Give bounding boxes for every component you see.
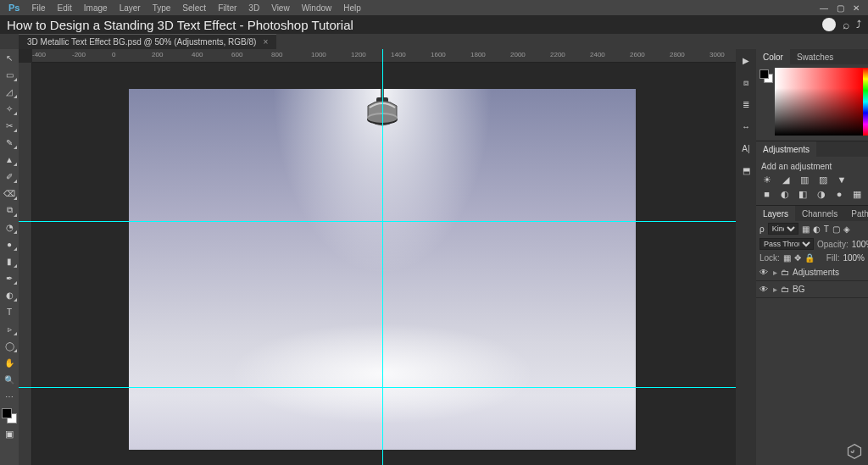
tab-layers[interactable]: Layers [756, 206, 795, 221]
marquee-tool[interactable]: ▭ [2, 68, 17, 81]
brush-tool[interactable]: ✐ [2, 169, 17, 183]
menu-type[interactable]: Type [147, 3, 176, 13]
pen-tool[interactable]: ◐ [2, 288, 17, 302]
lasso-tool[interactable]: ◿ [2, 85, 17, 98]
adj-curves-icon[interactable]: ▥ [798, 174, 810, 185]
ruler-tick: 2200 [550, 51, 565, 58]
align-icon[interactable]: ↔ [739, 120, 753, 134]
collapsed-panels: ▶ ⧈ ≣ ↔ A| ⬒ [736, 49, 756, 465]
panel-dock: Color Swatches Adjustments Add an adjust… [756, 49, 868, 465]
guide-v1[interactable] [382, 49, 383, 465]
tab-adjustments[interactable]: Adjustments [756, 141, 816, 157]
adj-exposure-icon[interactable]: ▨ [817, 174, 829, 185]
visibility-icon[interactable]: 👁 [760, 285, 770, 294]
dodge-tool[interactable]: ✒ [2, 271, 17, 285]
adj-colorbalance-icon[interactable]: ◐ [779, 189, 790, 200]
layer-filter-select[interactable]: Kind [768, 223, 798, 235]
menu-view[interactable]: View [266, 3, 295, 13]
filter-pixel-icon[interactable]: ▦ [802, 224, 810, 234]
adj-levels-icon[interactable]: ◢ [780, 174, 792, 185]
shape-tool[interactable]: ◯ [2, 339, 17, 352]
eyedropper-tool[interactable]: ✎ [2, 136, 17, 149]
ruler-tick: 1000 [311, 51, 326, 58]
menu-filter[interactable]: Filter [213, 3, 242, 13]
stamp-tool[interactable]: ⌫ [2, 186, 17, 200]
character-icon[interactable]: A| [739, 142, 753, 156]
menu-3d[interactable]: 3D [243, 3, 264, 13]
share-icon[interactable]: ⤴ [856, 19, 861, 30]
toolbar: ↖ ▭ ◿ ✧ ✂ ✎ ▲ ✐ ⌫ ⧉ ◔ ● ▮ ✒ ◐ T ▹ ◯ ✋ 🔍 … [0, 49, 19, 465]
layer-group-bg[interactable]: 👁 ▸ 🗀 BG [756, 281, 868, 298]
play-icon[interactable]: ▶ [739, 54, 753, 68]
chevron-right-icon[interactable]: ▸ [773, 285, 777, 294]
eraser-tool[interactable]: ◔ [2, 220, 17, 234]
layer-group-adjustments[interactable]: 👁 ▸ 🗀 Adjustments [756, 264, 868, 281]
add-adjustment-label: Add an adjustment [761, 162, 863, 171]
guide-h1[interactable] [19, 221, 736, 222]
ruler-tick: 1400 [391, 51, 406, 58]
color-picker-swatch[interactable] [760, 69, 773, 83]
tab-close-icon[interactable]: × [263, 37, 268, 47]
filter-type-icon[interactable]: T [824, 224, 829, 234]
path-select-tool[interactable]: ▹ [2, 322, 17, 335]
tab-swatches[interactable]: Swatches [790, 49, 840, 64]
adj-brightness-icon[interactable]: ☀ [761, 174, 773, 185]
chevron-right-icon[interactable]: ▸ [773, 268, 777, 277]
color-swatch[interactable] [2, 408, 17, 423]
history-brush-tool[interactable]: ⧉ [2, 203, 17, 217]
lock-all-icon[interactable]: 🔒 [804, 253, 815, 263]
menu-edit[interactable]: Edit [53, 3, 77, 13]
search-icon[interactable]: ⌕ [843, 18, 849, 31]
crop-tool[interactable]: ✂ [2, 119, 17, 132]
adj-hue-icon[interactable]: ■ [761, 189, 772, 200]
quick-mask-icon[interactable]: ▣ [2, 427, 17, 440]
blur-tool[interactable]: ▮ [2, 254, 17, 268]
document-tab[interactable]: 3D Metallic Text Effect BG.psd @ 50% (Ad… [19, 34, 276, 49]
paragraph-icon[interactable]: ⬒ [739, 164, 753, 178]
tab-color[interactable]: Color [756, 49, 790, 64]
menu-select[interactable]: Select [177, 3, 211, 13]
healing-tool[interactable]: ▲ [2, 152, 17, 166]
visibility-icon[interactable]: 👁 [760, 268, 770, 277]
adj-channelmixer-icon[interactable]: ● [833, 189, 844, 200]
menu-layer[interactable]: Layer [114, 3, 146, 13]
fill-value[interactable]: 100% [843, 253, 865, 263]
adj-bw-icon[interactable]: ◧ [798, 189, 809, 200]
adj-photofilter-icon[interactable]: ◑ [815, 189, 826, 200]
edit-toolbar[interactable]: ⋯ [2, 390, 17, 403]
filter-adjust-icon[interactable]: ◐ [813, 224, 821, 234]
color-panel [756, 64, 868, 141]
move-tool[interactable]: ↖ [2, 51, 17, 64]
layer-name: Adjustments [793, 268, 839, 277]
adjustments-panel: Add an adjustment ☀ ◢ ▥ ▨ ▼ ■ ◐ ◧ ◑ ● ▦ [756, 157, 868, 205]
menu-image[interactable]: Image [79, 3, 113, 13]
filter-shape-icon[interactable]: ▢ [832, 224, 840, 234]
gradient-tool[interactable]: ● [2, 237, 17, 251]
color-panel-tabs: Color Swatches [756, 49, 868, 64]
guide-h2[interactable] [19, 387, 736, 388]
opacity-value[interactable]: 100% [852, 240, 868, 249]
tab-channels[interactable]: Channels [795, 206, 844, 221]
ruler-tick: 1800 [470, 51, 486, 58]
tab-paths[interactable]: Paths [844, 206, 868, 221]
maximize-icon[interactable]: ▢ [837, 3, 844, 13]
hue-slider[interactable] [863, 68, 868, 136]
history-icon[interactable]: ⧈ [739, 76, 753, 90]
menu-help[interactable]: Help [338, 3, 366, 13]
type-tool[interactable]: T [2, 305, 17, 318]
properties-icon[interactable]: ≣ [739, 98, 753, 112]
magic-wand-tool[interactable]: ✧ [2, 102, 17, 115]
zoom-tool[interactable]: 🔍 [2, 373, 17, 386]
menu-window[interactable]: Window [297, 3, 337, 13]
lock-position-icon[interactable]: ✥ [794, 253, 801, 263]
close-icon[interactable]: ✕ [853, 3, 860, 13]
filter-smart-icon[interactable]: ◈ [843, 224, 850, 234]
adj-colorlookup-icon[interactable]: ▦ [852, 189, 863, 200]
adj-vibrance-icon[interactable]: ▼ [836, 174, 848, 185]
color-field[interactable] [775, 68, 863, 136]
menu-file[interactable]: File [26, 3, 50, 13]
hand-tool[interactable]: ✋ [2, 356, 17, 369]
minimize-icon[interactable]: — [820, 3, 828, 13]
blend-mode-select[interactable]: Pass Through [760, 238, 814, 250]
lock-pixels-icon[interactable]: ▦ [783, 253, 791, 263]
